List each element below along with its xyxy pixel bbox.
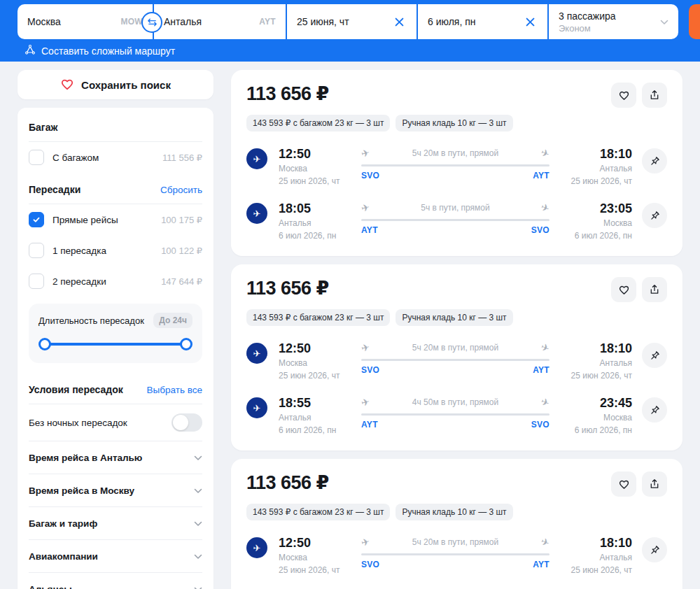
share-button[interactable]	[642, 83, 667, 108]
departure-city: Москва	[279, 358, 357, 368]
transfer-duration-slider[interactable]	[38, 338, 192, 350]
plane-landing-icon: ✈	[540, 396, 551, 408]
arrival-airport-code: AYT	[533, 560, 550, 569]
plane-landing-icon: ✈	[540, 341, 551, 353]
heart-icon	[60, 78, 74, 92]
filter-with-baggage[interactable]: С багажом 111 556 ₽	[29, 142, 202, 173]
baggage-title: Багаж	[29, 122, 57, 133]
departure-date: 6 июл 2026, пн	[279, 425, 357, 435]
chevron-down-icon	[194, 517, 202, 530]
search-header: Москва MOW Анталья AYT 25 июня, чт 6 июл…	[0, 0, 700, 62]
filter-two-stops[interactable]: 2 пересадки 147 644 ₽	[29, 266, 202, 297]
passengers-field[interactable]: 3 пассажира Эконом	[549, 4, 678, 39]
search-submit-button[interactable]	[689, 4, 700, 39]
select-all-link[interactable]: Выбрать все	[147, 385, 202, 395]
route-triangle-icon	[24, 44, 36, 57]
arrival-time: 23:05	[554, 201, 632, 215]
no-night-transfers-row: Без ночных пересадок	[29, 404, 202, 441]
section-baggage-tariff[interactable]: Багаж и тариф	[29, 507, 202, 539]
pin-flight-button[interactable]	[642, 148, 667, 173]
checkbox-unchecked-icon[interactable]	[29, 243, 44, 258]
clear-return-date-icon[interactable]	[522, 14, 538, 29]
flight-leg-outbound: ✈ 12:50 Москва 25 июн 2026, чт ✈ 5ч 20м …	[246, 536, 667, 575]
depart-date-value: 25 июня, чт	[297, 16, 349, 27]
departure-date: 25 июн 2026, чт	[279, 176, 357, 186]
departure-time: 12:50	[279, 147, 357, 161]
baggage-price-badge: 143 593 ₽ с багажом 23 кг — 3 шт	[246, 504, 390, 520]
filters-card: Багаж С багажом 111 556 ₽ Пересадки Сбро…	[18, 108, 214, 589]
filter-direct-flights[interactable]: Прямые рейсы 100 175 ₽	[29, 204, 202, 235]
checkbox-checked-icon[interactable]	[29, 212, 44, 227]
plane-takeoff-icon: ✈	[360, 148, 370, 159]
flight-leg-return: ✈ 18:05 Анталья 6 июл 2026, пн ✈ 5ч в пу…	[246, 201, 667, 241]
plane-takeoff-icon: ✈	[360, 202, 370, 213]
flight-duration: 5ч 20м в пути, прямой	[412, 537, 498, 547]
passengers-count: 3 пассажира	[559, 10, 616, 22]
departure-airport-code: AYT	[361, 225, 378, 235]
departure-city: Москва	[279, 553, 357, 562]
origin-field[interactable]: Москва MOW	[18, 4, 153, 39]
return-date-field[interactable]: 6 июля, пн	[418, 4, 547, 39]
section-alliances[interactable]: Альянсы	[29, 573, 202, 589]
destination-city: Анталья	[164, 16, 259, 27]
pin-flight-button[interactable]	[642, 343, 667, 368]
no-night-transfers-toggle[interactable]	[172, 413, 202, 432]
ticket-price: 113 656 ₽	[246, 471, 329, 494]
search-form: Москва MOW Анталья AYT 25 июня, чт 6 июл…	[18, 4, 678, 39]
save-search-button[interactable]: Сохранить поиск	[18, 70, 214, 99]
baggage-section-header: Багаж	[29, 111, 202, 141]
slider-handle-min[interactable]	[38, 338, 51, 350]
departure-date: 25 июн 2026, чт	[279, 371, 357, 381]
one-stop-price: 100 122 ₽	[161, 246, 202, 256]
share-button[interactable]	[642, 471, 667, 497]
clear-depart-date-icon[interactable]	[391, 14, 407, 29]
filters-sidebar: Сохранить поиск Багаж С багажом 111 556 …	[18, 70, 214, 589]
departure-time: 18:55	[279, 396, 357, 410]
favorite-button[interactable]	[611, 277, 636, 302]
reset-transfers-link[interactable]: Сбросить	[160, 185, 202, 195]
no-night-transfers-label: Без ночных пересадок	[29, 418, 127, 428]
arrival-airport-code: SVO	[531, 225, 550, 235]
slider-track	[43, 343, 188, 346]
depart-date-field[interactable]: 25 июня, чт	[287, 4, 416, 39]
filter-one-stop[interactable]: 1 пересадка 100 122 ₽	[29, 235, 202, 266]
plane-takeoff-icon: ✈	[360, 342, 370, 353]
section-airlines[interactable]: Авиакомпании	[29, 540, 202, 572]
arrival-date: 25 июн 2026, чт	[554, 371, 632, 381]
carryon-badge: Ручная кладь 10 кг — 3 шт	[396, 504, 512, 520]
transfer-duration-box: Длительность пересадок До 24ч	[29, 304, 202, 363]
complex-route-link[interactable]: Составить сложный маршрут	[24, 44, 175, 57]
destination-field[interactable]: Анталья AYT	[154, 4, 286, 39]
checkbox-unchecked-icon[interactable]	[29, 150, 44, 165]
flight-progress-bar	[361, 553, 550, 555]
arrival-date: 6 июл 2026, пн	[554, 231, 632, 241]
search-results: 113 656 ₽ 143 593 ₽ с багажом 23 кг — 3 …	[231, 70, 682, 589]
checkbox-unchecked-icon[interactable]	[29, 274, 44, 289]
transfer-duration-label: Длительность пересадок	[38, 315, 144, 326]
departure-city: Москва	[279, 164, 357, 173]
complex-route-label: Составить сложный маршрут	[41, 45, 175, 57]
swap-directions-icon[interactable]	[143, 13, 161, 31]
arrival-date: 25 июн 2026, чт	[554, 176, 632, 186]
departure-airport-code: SVO	[361, 365, 379, 375]
pin-flight-button[interactable]	[642, 203, 667, 228]
cabin-class: Эконом	[559, 23, 616, 34]
plane-takeoff-icon: ✈	[360, 397, 370, 408]
favorite-button[interactable]	[611, 83, 636, 108]
conditions-title: Условия пересадок	[29, 384, 123, 395]
section-flight-time-moscow[interactable]: Время рейса в Москву	[29, 474, 202, 506]
arrival-city: Анталья	[554, 164, 632, 173]
departure-date: 25 июн 2026, чт	[279, 565, 357, 575]
flight-leg-outbound: ✈ 12:50 Москва 25 июн 2026, чт ✈ 5ч 20м …	[246, 341, 667, 381]
arrival-city: Москва	[554, 218, 632, 228]
transfers-section-header: Пересадки Сбросить	[29, 173, 202, 204]
pin-flight-button[interactable]	[642, 397, 667, 423]
arrival-date: 25 июн 2026, чт	[554, 565, 632, 575]
section-flight-time-antalya[interactable]: Время рейса в Анталью	[29, 441, 202, 474]
share-button[interactable]	[642, 277, 667, 302]
pin-flight-button[interactable]	[642, 537, 667, 562]
flight-card: 113 656 ₽ 143 593 ₽ с багажом 23 кг — 3 …	[231, 70, 682, 256]
slider-handle-max[interactable]	[180, 338, 192, 350]
plane-landing-icon: ✈	[540, 147, 551, 159]
favorite-button[interactable]	[611, 471, 636, 497]
